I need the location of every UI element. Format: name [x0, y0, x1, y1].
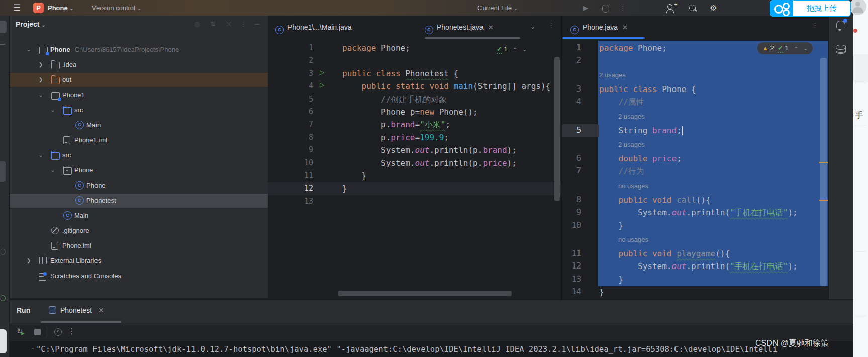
tree-row[interactable]: CMain [10, 209, 268, 223]
code-line[interactable]: public void call(){ [599, 194, 711, 206]
scroll-up-icon[interactable]: ⌃ [31, 347, 35, 353]
code-line[interactable]: public class Phone { [599, 83, 696, 96]
usages-inlay-hint[interactable]: no usages [618, 235, 648, 244]
code-editor[interactable]: 1package Phone;22 usages3public class Ph… [562, 16, 828, 299]
code-line[interactable]: double price; [599, 152, 682, 165]
tree-row[interactable]: Phone1.iml [10, 133, 268, 147]
vertical-scrollbar[interactable] [820, 58, 827, 286]
run-button[interactable]: ▶ [583, 0, 588, 16]
code-line[interactable]: } [599, 219, 623, 232]
vertical-scrollbar[interactable] [554, 57, 560, 201]
tree-row[interactable]: ⌄Phone [10, 163, 268, 177]
code-line[interactable]: public static void main(String[] args){ [342, 80, 550, 93]
hamburger-menu-icon[interactable]: ☰ [13, 0, 21, 16]
chevron-right-icon[interactable]: ❯ [27, 254, 31, 268]
tree-row[interactable]: ❯External Libraries [10, 254, 268, 268]
chevron-down-icon[interactable]: ⌄ [51, 163, 55, 177]
horizontal-scrollbar[interactable] [338, 291, 512, 296]
code-line[interactable]: //行为 [599, 165, 644, 177]
debug-button[interactable] [602, 5, 609, 13]
stop-icon[interactable] [34, 329, 41, 335]
tree-item-label: Phone [74, 163, 93, 177]
tool-button[interactable] [0, 44, 5, 45]
tool-button[interactable] [0, 161, 6, 182]
code-line[interactable]: //创建手机的对象 [342, 93, 447, 106]
chevron-down-icon[interactable]: ⌄ [803, 46, 807, 51]
warning-stripe-mark[interactable] [819, 200, 828, 201]
code-line[interactable]: p.price=199.9; [342, 131, 449, 144]
tree-row[interactable]: ⌄Phone1 [10, 88, 268, 102]
run-tab[interactable]: Phonetest ✕ [49, 306, 104, 314]
usages-inlay-hint[interactable]: 2 usages [618, 112, 645, 121]
tree-row[interactable]: ❯out [10, 73, 268, 87]
code-line[interactable]: String brand; [599, 124, 683, 137]
avatar[interactable] [849, 0, 866, 15]
tree-row[interactable]: .gitignore [10, 224, 268, 238]
inspections-widget[interactable]: ✓ 1 ⌃ ⌄ [497, 43, 527, 55]
code-line[interactable]: } [599, 286, 604, 298]
netdisk-upload-button[interactable]: 拖拽上传 [770, 0, 851, 17]
tree-row[interactable]: Scratches and Consoles [10, 269, 268, 283]
tree-row[interactable]: ❯.idea [10, 58, 268, 72]
run-gutter-icon[interactable]: ▷ [320, 81, 324, 88]
code-line[interactable]: System.out.println("手机在打电话"); [599, 260, 798, 273]
code-line[interactable]: package Phone; [342, 42, 410, 54]
chevron-down-icon[interactable]: ⌄ [51, 103, 55, 117]
code-line[interactable]: p.brand="小米"; [342, 118, 450, 131]
code-line[interactable]: public void playgame(){ [599, 247, 730, 260]
code-with-me-icon[interactable] [667, 4, 672, 9]
tree-row[interactable]: ⌄src [10, 148, 268, 162]
chevron-up-icon[interactable]: ⌃ [513, 47, 517, 52]
run-config-selector[interactable]: Current File ⌄ [477, 0, 518, 16]
assistant-label-partial[interactable]: 手 [855, 110, 863, 121]
search-everywhere-icon[interactable] [689, 5, 696, 11]
code-line[interactable]: } [599, 273, 623, 286]
close-icon[interactable]: ✕ [98, 306, 104, 314]
run-panel-title[interactable]: Run [17, 306, 30, 314]
chevron-down-icon[interactable]: ⌄ [39, 148, 43, 162]
usages-inlay-hint[interactable]: 2 usages [599, 71, 626, 80]
tool-button[interactable] [0, 249, 6, 255]
run-gutter-icon[interactable]: ▷ [320, 69, 324, 76]
warning-stripe-mark[interactable] [819, 162, 828, 163]
code-editor[interactable]: 1package Phone;23▷public class Phonetest… [268, 16, 561, 299]
tree-row[interactable]: Phone.iml [10, 239, 268, 253]
run-tool-button[interactable] [0, 295, 6, 301]
code-line[interactable]: //属性 [599, 96, 644, 108]
chevron-down-icon[interactable]: ⌄ [39, 88, 43, 102]
code-line[interactable]: package Phone; [599, 42, 667, 54]
ide-window: ☰ P Phone ⌄ Version control ⌄ Current Fi… [0, 0, 868, 357]
code-line[interactable]: public class Phonetest { [342, 67, 458, 80]
code-line[interactable]: System.out.println("手机在打电话"); [599, 206, 798, 219]
code-line[interactable]: System.out.println(p.price); [342, 157, 517, 169]
code-line[interactable]: System.out.println(p.brand); [342, 144, 517, 156]
tree-row[interactable]: ⌄PhoneC:\Users\86157\IdeaProjects\Phone [10, 43, 268, 57]
vcs-widget[interactable]: Version control ⌄ [92, 0, 141, 16]
chevron-down-icon[interactable]: ⌄ [27, 43, 31, 57]
code-line[interactable]: Phone p=new Phone(); [342, 106, 478, 118]
chevron-down-icon[interactable]: ⌄ [522, 47, 526, 52]
chevron-right-icon[interactable]: ❯ [39, 58, 43, 72]
inspections-widget[interactable]: ▲ 2 ✓ 1 ⌃ ⌄ [757, 42, 813, 54]
tree-row[interactable]: CPhone [10, 178, 268, 193]
settings-gear-icon[interactable]: ⚙ [710, 0, 717, 16]
code-line[interactable]: } [342, 169, 366, 182]
chevron-up-icon[interactable]: ⌃ [794, 46, 798, 51]
project-tool-button[interactable] [0, 21, 7, 33]
line-number: 6 [564, 152, 581, 165]
tree-row[interactable]: ⌄src [10, 103, 268, 117]
database-icon[interactable] [836, 45, 846, 54]
project-widget[interactable]: Phone ⌄ [48, 0, 74, 16]
usages-inlay-hint[interactable]: no usages [618, 182, 648, 191]
profiler-icon[interactable] [54, 328, 62, 336]
tree-row[interactable]: CPhonetest [10, 194, 268, 208]
code-line[interactable]: } [342, 182, 347, 195]
tree-row[interactable]: CMain [10, 118, 268, 132]
usages-inlay-hint[interactable]: 2 usages [618, 140, 645, 149]
console-output[interactable]: ⌃ "C:\Program Files\Microsoft\jdk-11.0.1… [10, 341, 853, 357]
chevron-right-icon[interactable]: ❯ [39, 73, 43, 87]
rerun-icon[interactable]: ↻▶ [17, 327, 23, 336]
more-options-icon[interactable]: ⋮ [68, 327, 75, 336]
more-actions-icon[interactable]: ⋮ [620, 0, 626, 16]
project-logo[interactable]: P [33, 3, 44, 13]
